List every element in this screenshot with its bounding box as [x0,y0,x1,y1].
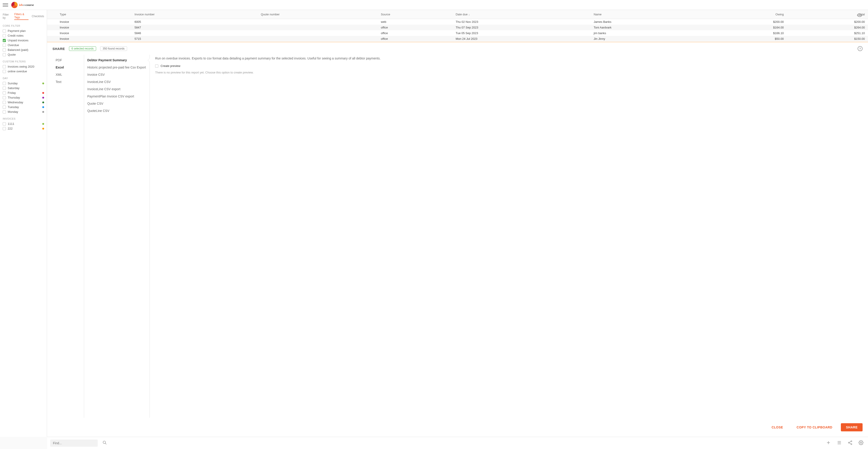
cell-name: Toni Aardvark [590,25,706,30]
cell-due: Tue 05 Sep 2023 [453,30,590,36]
col-invoice-number[interactable]: Invoice number [131,10,258,19]
col-quote-number[interactable]: Quote number [257,10,378,19]
checkbox[interactable] [3,49,6,52]
template-item-0[interactable]: Debtor Payment Summary [84,57,150,64]
row-checkbox-cell[interactable] [47,30,57,36]
settings-icon[interactable] [857,439,865,447]
day-item-6[interactable]: Monday [3,109,44,114]
day-item-2[interactable]: Friday [3,90,44,95]
selected-records-badge[interactable]: 6 selected records [69,46,96,51]
copy-clipboard-button[interactable]: COPY TO CLIPBOARD [792,423,837,431]
hamburger-menu-icon[interactable] [3,2,8,8]
col-owing[interactable]: Owing [706,10,787,19]
day-item-3[interactable]: Thursday [3,95,44,100]
checkbox[interactable] [3,91,6,95]
found-records-badge[interactable]: 350 found records [100,46,127,51]
tab-checklists[interactable]: Checklists [32,15,44,18]
table-row[interactable]: Invoice5715officeMon 24 Jul 2023Jin Jinn… [47,36,868,42]
template-item-6[interactable]: Quote CSV [84,100,150,107]
close-button[interactable]: CLOSE [767,423,788,431]
col-total[interactable]: Total [787,10,868,19]
core-filter-item-4[interactable]: Balanced (paid) [3,47,44,52]
checkbox[interactable] [3,96,6,99]
filter-label: Tuesday [8,105,19,109]
col-source[interactable]: Source [378,10,453,19]
col-type[interactable]: Type [57,10,131,19]
table-row[interactable]: Invoice6005webThu 02 Nov 2023James Banks… [47,19,868,25]
checkbox[interactable] [3,82,6,85]
checkbox[interactable] [3,34,6,37]
core-filter-title: CORE FILTER [3,24,44,27]
share-icon[interactable] [846,439,854,447]
template-item-7[interactable]: QuoteLine CSV [84,107,150,115]
template-item-4[interactable]: InvoiceLine CSV export [84,86,150,93]
checkbox[interactable] [3,101,6,104]
svg-point-0 [103,441,105,444]
checkbox[interactable] [3,39,6,42]
core-filter-item-5[interactable]: Quote [3,52,44,57]
custom-filter-item-1[interactable]: online overdue [3,69,44,74]
cell-quote [257,30,378,36]
cell-due: Thu 07 Sep 2023 [453,25,590,30]
col-date-due[interactable]: Date due↓ [453,10,590,19]
checkbox[interactable] [3,70,6,73]
day-item-1[interactable]: Saturday [3,86,44,90]
tab-filters-tags[interactable]: Filters & Tags [14,13,29,20]
cell-owing: $200.00 [706,19,787,25]
share-button[interactable]: SHARE [841,423,863,431]
day-item-0[interactable]: Sunday [3,81,44,86]
cell-type: Invoice [57,19,131,25]
checkbox[interactable] [3,127,6,130]
day-item-5[interactable]: Tuesday [3,105,44,109]
checkbox[interactable] [3,65,6,68]
modal-title: SHARE [53,47,65,51]
checkbox[interactable] [3,110,6,114]
search-input[interactable] [50,440,98,447]
template-item-5[interactable]: PaymentPlan Invoice CSV export [84,93,150,100]
template-item-1[interactable]: Historic projected pre-paid fee Csv Expo… [84,64,150,71]
checkbox[interactable] [3,122,6,126]
table-row[interactable]: Invoice5847officeThu 07 Sep 2023Toni Aar… [47,25,868,30]
checkbox[interactable] [3,29,6,33]
help-icon[interactable]: ? [858,46,863,51]
color-dot-icon [42,128,44,130]
cell-source: web [378,19,453,25]
row-checkbox-cell[interactable] [47,36,57,42]
cell-num: 5847 [131,25,258,30]
checkbox[interactable] [3,87,6,90]
table-row[interactable]: Invoice5846officeTue 05 Sep 2023jim bank… [47,30,868,36]
core-filter-item-2[interactable]: Unpaid invoices [3,38,44,43]
app-logo[interactable]: ishoncourse [11,2,34,8]
checkbox[interactable] [3,53,6,56]
cell-due: Thu 02 Nov 2023 [453,19,590,25]
format-pdf[interactable]: PDF [53,57,84,64]
template-item-3[interactable]: InvoiceLine CSV [84,78,150,86]
format-text[interactable]: Text [53,78,84,86]
template-item-2[interactable]: Invoice CSV [84,71,150,78]
add-icon[interactable] [825,439,832,447]
create-preview-checkbox[interactable] [155,64,158,68]
custom-filter-item-0[interactable]: Invoices owing 2020 [3,64,44,69]
invoices-section: INVOICES 1111222 [0,115,47,132]
col-name[interactable]: Name [590,10,706,19]
invoices-item-1[interactable]: 222 [3,126,44,131]
invoices-title: INVOICES [3,117,44,120]
cell-quote [257,36,378,42]
core-filter-item-1[interactable]: Credit notes [3,33,44,38]
row-checkbox-cell[interactable] [47,25,57,30]
filter-label: Credit notes [8,34,24,37]
core-filter-item-3[interactable]: Overdue [3,43,44,47]
format-excel[interactable]: Excel [53,64,84,71]
row-checkbox-cell[interactable] [47,19,57,25]
day-title: DAY [3,77,44,79]
day-item-4[interactable]: Wednesday [3,100,44,105]
checkbox[interactable] [3,44,6,47]
checkbox[interactable] [3,105,6,109]
search-icon[interactable] [101,439,108,447]
cell-quote [257,25,378,30]
invoices-item-0[interactable]: 1111 [3,121,44,126]
list-view-icon[interactable] [835,439,843,447]
visibility-icon[interactable] [857,12,863,19]
core-filter-item-0[interactable]: Payment plan [3,29,44,33]
format-xml[interactable]: XML [53,71,84,78]
